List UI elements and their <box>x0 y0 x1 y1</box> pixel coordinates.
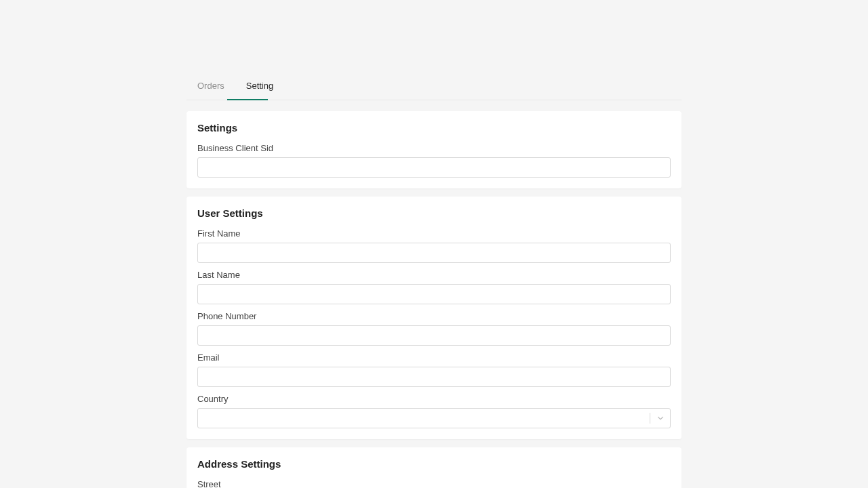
tab-bar: Orders Setting <box>186 73 682 100</box>
tab-orders[interactable]: Orders <box>186 73 235 100</box>
settings-panel-title: Settings <box>197 122 671 134</box>
business-client-sid-label: Business Client Sid <box>197 143 671 153</box>
country-field: Country <box>197 394 671 428</box>
content-container: Orders Setting Settings Business Client … <box>186 73 682 488</box>
address-settings-panel: Address Settings Street <box>186 447 682 488</box>
address-settings-panel-title: Address Settings <box>197 458 671 470</box>
tab-setting[interactable]: Setting <box>235 73 284 100</box>
street-label: Street <box>197 479 671 488</box>
phone-number-field: Phone Number <box>197 311 671 346</box>
user-settings-panel-title: User Settings <box>197 207 671 219</box>
user-settings-panel: User Settings First Name Last Name Phone… <box>186 197 682 439</box>
business-client-sid-field: Business Client Sid <box>197 143 671 178</box>
phone-number-label: Phone Number <box>197 311 671 321</box>
business-client-sid-input[interactable] <box>197 157 671 178</box>
tab-active-indicator <box>227 99 268 100</box>
street-field: Street <box>197 479 671 488</box>
first-name-input[interactable] <box>197 243 671 263</box>
phone-number-input[interactable] <box>197 325 671 346</box>
last-name-label: Last Name <box>197 270 671 280</box>
first-name-field: First Name <box>197 228 671 263</box>
email-field: Email <box>197 352 671 387</box>
settings-page: Orders Setting Settings Business Client … <box>0 0 868 488</box>
last-name-input[interactable] <box>197 284 671 304</box>
first-name-label: First Name <box>197 228 671 239</box>
country-label: Country <box>197 394 671 404</box>
email-label: Email <box>197 352 671 363</box>
country-select-input[interactable] <box>197 408 671 428</box>
last-name-field: Last Name <box>197 270 671 304</box>
country-select[interactable] <box>197 408 671 428</box>
tab-orders-label: Orders <box>197 81 224 91</box>
settings-panel: Settings Business Client Sid <box>186 111 682 188</box>
email-input[interactable] <box>197 367 671 387</box>
tab-setting-label: Setting <box>246 81 273 91</box>
